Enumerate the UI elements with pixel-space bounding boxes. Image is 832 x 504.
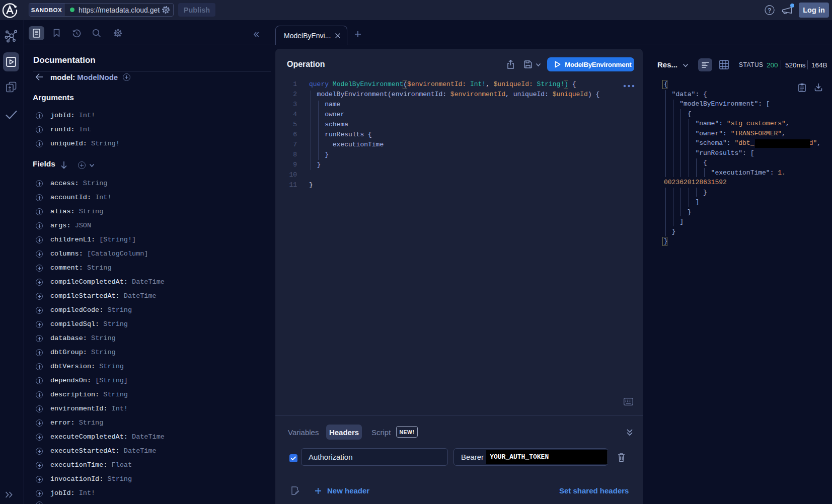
svg-text:?: ? <box>768 7 771 14</box>
